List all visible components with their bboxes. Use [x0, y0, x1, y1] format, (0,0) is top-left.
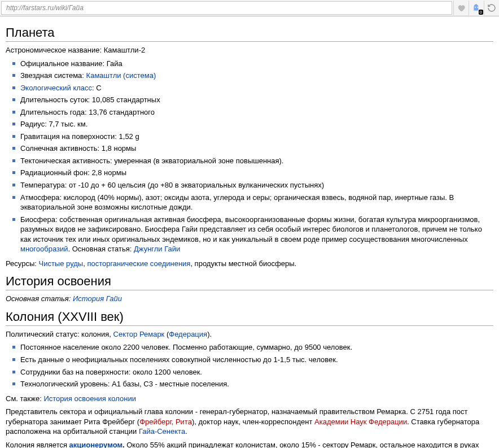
link-aktsionerium[interactable]: акционерумом	[69, 441, 122, 448]
governor-paragraph: Представитель сектора и официальный глав…	[6, 407, 493, 437]
link-federation[interactable]: Федерация	[169, 330, 207, 338]
list-item: Экологический класс: С	[20, 83, 493, 93]
link-freiberg[interactable]: Фрейберг, Рита	[139, 417, 192, 426]
link-colony-history[interactable]: История освоения колонии	[43, 394, 136, 403]
colony-list: Постоянное население около 2200 человек.…	[6, 342, 493, 389]
see-also: См. также: История освоения колонии	[6, 394, 493, 404]
link-postorganic[interactable]: посторганические соединения	[87, 259, 190, 268]
svg-point-1	[477, 7, 478, 8]
list-item: Температура: от -10 до + 60 цельсия (до …	[20, 180, 493, 190]
list-item: Гравитация на поверхности: 1,52 g	[20, 132, 493, 142]
list-item: Атмосфера: кислород (40% нормы), азот; о…	[20, 193, 493, 212]
list-item: Биосфера: собственная оригинальная актив…	[20, 215, 493, 254]
list-item: Звездная система: Камаштли (система)	[20, 71, 493, 81]
history-main-article: Основная статья: История Гайи	[6, 294, 493, 304]
heading-history: История освоения	[6, 274, 493, 290]
ghost-icon[interactable]: 0	[469, 1, 484, 15]
address-bar: 0	[0, 0, 499, 16]
page-content: Планета Астрономическое название: Камашт…	[0, 16, 499, 448]
heading-planet: Планета	[6, 25, 493, 42]
svg-point-0	[475, 7, 476, 8]
refresh-icon[interactable]	[484, 1, 499, 15]
list-item: Постоянное население около 2200 человек.…	[20, 342, 493, 353]
link-history[interactable]: История Гайи	[73, 294, 122, 303]
link-senekta[interactable]: Гайа-Сенекта	[139, 427, 185, 436]
planet-list: Официальное название: Гайа Звездная сист…	[6, 59, 493, 254]
list-item: Технологический уровень: A1 базы, C3 - м…	[20, 379, 493, 389]
ghost-badge: 0	[479, 10, 483, 15]
list-item: Длительность суток: 10,085 стандартных	[20, 95, 493, 105]
link-manifolds[interactable]: многообразий	[20, 245, 68, 253]
political-status: Политический статус: колония, Сектор Рем…	[6, 329, 493, 340]
url-input[interactable]	[5, 3, 448, 12]
link-eco-class[interactable]: Экологический класс	[20, 84, 92, 92]
shares-paragraph: Колония является акционерумом. Около 55%…	[6, 440, 493, 448]
link-jungle[interactable]: Джунгли Гайи	[134, 245, 180, 253]
list-item: Официальное название: Гайа	[20, 59, 493, 69]
list-item: Солнечная активность: 1,8 нормы	[20, 143, 493, 154]
link-star-system[interactable]: Камаштли (система)	[86, 71, 156, 80]
list-item: Длительность года: 13,76 стандартного	[20, 107, 493, 118]
link-pure-ores[interactable]: Чистые руды	[38, 259, 83, 268]
resources-line: Ресурсы: Чистые руды, посторганические с…	[6, 259, 493, 269]
heart-icon[interactable]	[453, 1, 469, 15]
link-academy[interactable]: Академии Наук Федерации	[314, 417, 407, 426]
list-item: Радиус: 7,7 тыс. км.	[20, 119, 493, 129]
url-field-wrapper[interactable]	[1, 1, 452, 15]
astro-name: Астрономическое название: Камаштли-2	[6, 45, 493, 55]
link-sector-remark[interactable]: Сектор Ремарк	[113, 330, 165, 338]
heading-colony: Колония (XXVIII век)	[6, 310, 493, 326]
list-item: Сотрудники баз на поверхности: около 120…	[20, 367, 493, 377]
list-item: Радиационный фон: 2,8 нормы	[20, 168, 493, 178]
list-item: Тектоническая активность: умеренная (в э…	[20, 156, 493, 166]
list-item: Есть данные о неофициальных поселениях с…	[20, 355, 493, 365]
